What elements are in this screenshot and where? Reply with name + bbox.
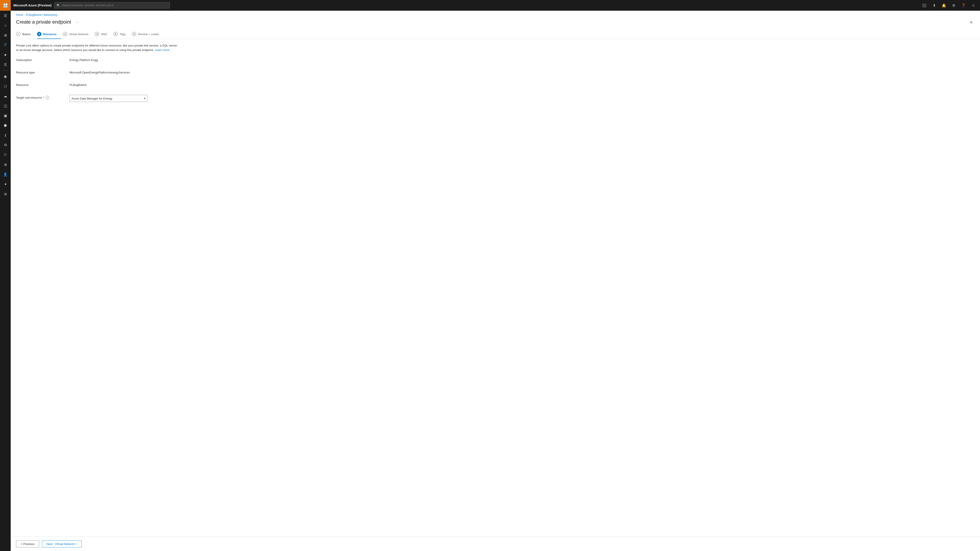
topbar: Microsoft Azure (Preview) 🔍 ⬛ ⬆ 🔔 ⚙ ❓ ☺: [11, 0, 980, 11]
tab-review-label: Review + create: [138, 32, 159, 36]
tab-check-basics: ✓: [16, 32, 21, 36]
notifications-btn[interactable]: 🔔: [940, 2, 948, 10]
monitor-icon[interactable]: ◉: [0, 71, 11, 81]
page-header: Create a private endpoint ··· ✕: [11, 17, 980, 29]
tab-circle-tags: 5: [113, 32, 118, 36]
sidebar: 🪟 ☰ ⌂ ⊞ ⏱ ★ ☰ ◉ ⬡ ☁ ◫ ▣ ⬟ ⚷ ⧉ ⏲ ⊕ 👤 ✦ ⊛: [0, 0, 11, 551]
favorites-icon[interactable]: ★: [0, 50, 11, 60]
divider: [2, 70, 9, 71]
content-area: Home › PLBugBash4 | Networking › Create …: [11, 11, 980, 551]
tab-review-create[interactable]: 6 Review + create: [132, 30, 164, 39]
subscription-value: Energy Platform Engg: [70, 57, 98, 62]
dropdown-value: Azure Data Manager for Energy: [72, 97, 113, 100]
page-footer: < Previous Next : Virtual Network >: [11, 537, 980, 551]
vm-icon[interactable]: ▣: [0, 111, 11, 121]
data-icon[interactable]: ✦: [0, 179, 11, 189]
all-services-icon[interactable]: ☰: [0, 60, 11, 70]
tab-dns-label: DNS: [101, 32, 107, 36]
security-icon[interactable]: ⊕: [0, 160, 11, 170]
breadcrumb: Home › PLBugBash4 | Networking ›: [11, 11, 980, 17]
search-icon: 🔍: [57, 4, 60, 7]
info-icon[interactable]: i: [46, 96, 49, 99]
search-bar[interactable]: 🔍: [54, 2, 170, 9]
stack-icon[interactable]: ⧉: [0, 140, 11, 150]
dashboard-icon[interactable]: ⊞: [0, 30, 11, 40]
main-container: Microsoft Azure (Preview) 🔍 ⬛ ⬆ 🔔 ⚙ ❓ ☺ …: [11, 0, 980, 551]
feedback-btn[interactable]: ☺: [969, 2, 977, 10]
network-icon[interactable]: ⬟: [0, 121, 11, 130]
wizard-tabs: ✓ Basics 2 Resource 3 Virtual Network 4 …: [11, 29, 980, 39]
upload-btn[interactable]: ⬆: [930, 2, 938, 10]
hamburger-icon[interactable]: ☰: [0, 11, 11, 21]
tab-tags[interactable]: 5 Tags: [113, 30, 130, 39]
recent-icon[interactable]: ⏱: [0, 40, 11, 50]
sql-icon[interactable]: ◫: [0, 101, 11, 111]
dropdown-arrow-icon: ▾: [144, 97, 145, 100]
globe-icon[interactable]: ⊛: [0, 189, 11, 199]
tab-circle-dns: 4: [95, 32, 99, 36]
target-sub-resource-label: Target sub-resource * i: [16, 95, 70, 99]
next-button[interactable]: Next : Virtual Network >: [42, 540, 82, 548]
breadcrumb-parent[interactable]: PLBugBash4 | Networking: [26, 13, 57, 16]
shield-icon[interactable]: ⬡: [0, 81, 11, 91]
key-icon[interactable]: ⚷: [0, 130, 11, 140]
search-input[interactable]: [62, 4, 167, 7]
resource-value: PLBugBash4: [70, 83, 86, 87]
tab-virtual-network[interactable]: 3 Virtual Network: [63, 30, 93, 39]
cloud-shell-btn[interactable]: ⬛: [920, 2, 928, 10]
breadcrumb-sep-2: ›: [58, 14, 59, 16]
cloud-icon[interactable]: ☁: [0, 91, 11, 101]
help-btn[interactable]: ❓: [959, 2, 967, 10]
resource-field: Resource PLBugBash4: [16, 83, 975, 89]
topbar-actions: ⬛ ⬆ 🔔 ⚙ ❓ ☺: [920, 2, 977, 10]
tab-circle-vnet: 3: [63, 32, 67, 36]
tab-vnet-label: Virtual Network: [69, 32, 89, 36]
tab-tags-label: Tags: [119, 32, 126, 36]
app-name: Microsoft Azure (Preview): [13, 3, 51, 7]
breadcrumb-home[interactable]: Home: [16, 13, 23, 16]
required-indicator: *: [43, 96, 45, 99]
page-menu-btn[interactable]: ···: [74, 19, 81, 25]
subscription-label: Subscription: [16, 57, 70, 62]
azure-logo: 🪟: [0, 0, 11, 11]
form-content: Private Link offers options to create pr…: [11, 39, 980, 537]
target-sub-resource-dropdown[interactable]: Azure Data Manager for Energy ▾: [70, 95, 148, 102]
home-icon[interactable]: ⌂: [0, 21, 11, 30]
tab-basics-label: Basics: [22, 32, 31, 36]
time-icon[interactable]: ⏲: [0, 150, 11, 160]
resource-type-label: Resource type: [16, 70, 70, 74]
resource-type-field: Resource type Microsoft.OpenEnergyPlatfo…: [16, 70, 975, 77]
page-title: Create a private endpoint: [16, 19, 71, 25]
description-text: Private Link offers options to create pr…: [16, 43, 181, 52]
tab-dns[interactable]: 4 DNS: [95, 30, 111, 39]
user-icon[interactable]: 👤: [0, 170, 11, 179]
tab-circle-review: 6: [132, 32, 136, 36]
tab-resource-label: Resource: [43, 32, 56, 36]
target-sub-resource-field: Target sub-resource * i Azure Data Manag…: [16, 95, 975, 102]
learn-more-link[interactable]: Learn more: [154, 48, 169, 52]
tab-basics[interactable]: ✓ Basics: [16, 30, 35, 39]
resource-label: Resource: [16, 83, 70, 87]
subscription-field: Subscription Energy Platform Engg: [16, 57, 975, 65]
tab-circle-resource: 2: [37, 32, 41, 36]
resource-type-value: Microsoft.OpenEnergyPlatform/energyServi…: [70, 70, 130, 74]
settings-btn[interactable]: ⚙: [950, 2, 958, 10]
tab-resource[interactable]: 2 Resource: [37, 30, 61, 39]
close-button[interactable]: ✕: [968, 19, 975, 26]
breadcrumb-sep-1: ›: [24, 14, 25, 16]
previous-button[interactable]: < Previous: [16, 540, 39, 548]
